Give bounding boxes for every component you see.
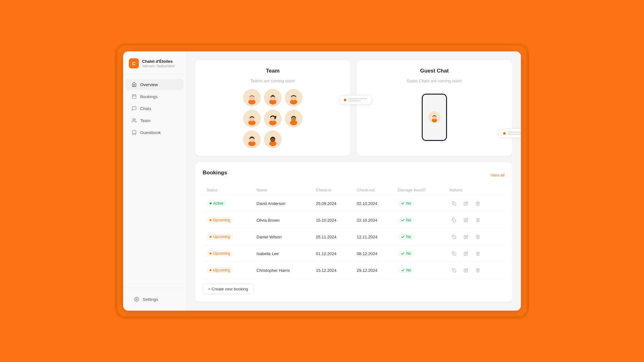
calendar-icon bbox=[131, 94, 137, 99]
team-card-title: Team bbox=[203, 68, 343, 74]
avatar bbox=[264, 89, 282, 107]
avatar bbox=[264, 131, 282, 148]
bubble-dot bbox=[344, 99, 346, 101]
edit-icon[interactable] bbox=[462, 232, 470, 241]
sidebar-item-label: Bookings bbox=[140, 94, 158, 99]
guest-chat-card: Guest Chat Guest Chats are coming soon! bbox=[357, 60, 512, 156]
action-icons bbox=[450, 199, 501, 208]
edit-icon[interactable] bbox=[462, 249, 470, 258]
sidebar-item-label: Overview bbox=[140, 82, 158, 87]
bubble-lines bbox=[348, 98, 367, 102]
svg-rect-34 bbox=[453, 203, 456, 205]
sidebar-item-label: Team bbox=[140, 118, 151, 123]
top-cards: Team Teams are coming soon! bbox=[195, 60, 512, 156]
checkout-date: 12.11.2024 bbox=[353, 229, 394, 245]
brand-text: Chalet d'Étoiles Valmont, Switzerland bbox=[142, 59, 175, 68]
guest-chat-coming-soon: Guest Chats are coming soon! bbox=[364, 79, 504, 83]
copy-icon[interactable] bbox=[450, 232, 458, 241]
copy-icon[interactable] bbox=[450, 216, 458, 225]
phone-body bbox=[422, 94, 447, 141]
checkin-date: 15.12.2024 bbox=[312, 262, 353, 279]
bookings-tbody: Active David Anderson 25.09.2024 02.10.2… bbox=[203, 195, 504, 279]
delete-icon[interactable] bbox=[474, 199, 482, 208]
status-dot bbox=[210, 269, 212, 271]
table-row: Upcoming Isabella Lee 01.12.2024 08.12.2… bbox=[203, 245, 504, 262]
status-badge: Upcoming bbox=[206, 217, 233, 223]
delete-icon[interactable] bbox=[474, 232, 482, 241]
svg-rect-38 bbox=[453, 270, 456, 272]
phone-avatar bbox=[428, 111, 440, 123]
svg-rect-37 bbox=[453, 253, 456, 255]
status-dot bbox=[210, 253, 212, 254]
bubble-dot bbox=[503, 132, 506, 135]
brand-area: C Chalet d'Étoiles Valmont, Switzerland bbox=[123, 51, 186, 74]
status-badge: Upcoming bbox=[206, 267, 233, 273]
table-row: Upcoming Olivia Brown 15.10.2024 22.10.2… bbox=[203, 212, 504, 229]
avatar bbox=[243, 110, 261, 127]
guest-name: Daniel Wilson bbox=[253, 229, 312, 245]
phone-mockup bbox=[364, 89, 504, 146]
home-icon bbox=[131, 82, 137, 87]
brand-icon: C bbox=[129, 58, 139, 68]
sidebar-item-label: Guestbook bbox=[140, 130, 161, 135]
svg-rect-35 bbox=[453, 219, 456, 222]
avatar bbox=[264, 110, 282, 127]
bookings-table: Status Name Check-in Check-out Damage fo… bbox=[203, 185, 504, 279]
guest-name: Christopher Harris bbox=[253, 262, 312, 279]
action-icons bbox=[450, 266, 501, 275]
avatars-grid bbox=[203, 89, 343, 148]
view-all-link[interactable]: View all bbox=[490, 173, 504, 178]
guest-chat-title: Guest Chat bbox=[364, 68, 504, 74]
sidebar-item-chats[interactable]: Chats bbox=[126, 103, 183, 114]
table-row: Upcoming Christopher Harris 15.12.2024 2… bbox=[203, 262, 504, 279]
team-card: Team Teams are coming soon! bbox=[195, 60, 350, 156]
create-booking-button[interactable]: + Create new booking bbox=[203, 284, 253, 294]
sidebar-item-settings[interactable]: Settings bbox=[128, 294, 181, 305]
delete-icon[interactable] bbox=[474, 216, 482, 225]
edit-icon[interactable] bbox=[462, 199, 470, 208]
chat-bubble-left bbox=[339, 95, 372, 104]
avatar bbox=[243, 89, 261, 107]
book-icon bbox=[131, 130, 137, 135]
sidebar-item-overview[interactable]: Overview bbox=[126, 79, 183, 90]
chat-bubble-right bbox=[498, 129, 521, 138]
sidebar-item-bookings[interactable]: Bookings bbox=[126, 91, 183, 102]
avatar bbox=[243, 131, 261, 148]
team-coming-soon: Teams are coming soon! bbox=[203, 79, 343, 83]
delete-icon[interactable] bbox=[474, 249, 482, 258]
checkin-date: 15.10.2024 bbox=[312, 212, 353, 229]
checkin-date: 05.11.2024 bbox=[312, 229, 353, 245]
status-badge: Active bbox=[206, 200, 227, 207]
bubble-lines bbox=[508, 131, 521, 135]
damage-badge: No bbox=[398, 217, 414, 223]
checkout-date: 29.12.2024 bbox=[353, 262, 394, 279]
edit-icon[interactable] bbox=[462, 216, 470, 225]
delete-icon[interactable] bbox=[474, 266, 482, 275]
copy-icon[interactable] bbox=[450, 266, 458, 275]
svg-point-4 bbox=[133, 119, 134, 120]
guest-name: Isabella Lee bbox=[253, 245, 312, 262]
svg-rect-36 bbox=[453, 236, 456, 239]
col-damage: Damage found? bbox=[394, 185, 446, 195]
checkout-date: 08.12.2024 bbox=[353, 245, 394, 262]
copy-icon[interactable] bbox=[450, 249, 458, 258]
col-checkout: Check-out bbox=[353, 185, 394, 195]
svg-point-5 bbox=[136, 299, 137, 300]
damage-badge: No bbox=[398, 200, 414, 207]
edit-icon[interactable] bbox=[462, 266, 470, 275]
settings-label: Settings bbox=[143, 297, 158, 302]
chat-icon bbox=[131, 106, 137, 111]
status-dot bbox=[210, 236, 212, 238]
damage-badge: No bbox=[398, 234, 414, 240]
main-content: Team Teams are coming soon! bbox=[186, 51, 521, 311]
brand-location: Valmont, Switzerland bbox=[142, 64, 175, 68]
main-nav: Overview Bookings Chats bbox=[123, 74, 186, 288]
status-badge: Upcoming bbox=[206, 234, 233, 240]
sidebar-item-team[interactable]: Team bbox=[126, 115, 183, 126]
sidebar: C Chalet d'Étoiles Valmont, Switzerland … bbox=[123, 51, 186, 311]
avatar bbox=[285, 89, 302, 107]
checkout-date: 02.10.2024 bbox=[353, 195, 394, 212]
avatar bbox=[285, 110, 302, 127]
copy-icon[interactable] bbox=[450, 199, 458, 208]
sidebar-item-guestbook[interactable]: Guestbook bbox=[126, 127, 183, 138]
